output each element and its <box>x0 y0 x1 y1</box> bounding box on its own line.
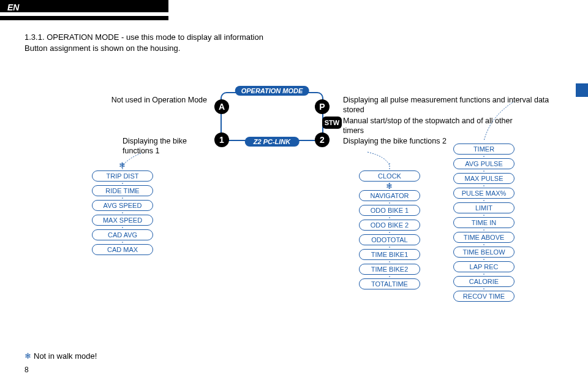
button-2: 2 <box>315 132 330 147</box>
pill-avg-pulse: AVG PULSE <box>453 158 514 169</box>
pill-odototal: ODOTOTAL <box>359 234 420 245</box>
pill-time-bike2: TIME BIKE2 <box>359 264 420 275</box>
operation-mode-box: OPERATION MODE Z2 PC-LINK A P 1 2 STW <box>221 92 323 141</box>
pill-clock: CLOCK <box>359 170 420 182</box>
label-button-p: Displaying all pulse measurement functio… <box>343 96 551 115</box>
pill-time-above: TIME ABOVE <box>453 232 514 243</box>
header-underline <box>0 16 168 20</box>
pill-max-speed: MAX SPEED <box>92 215 153 226</box>
pill-cad-max: CAD MAX <box>92 244 153 255</box>
pill-time-in: TIME IN <box>453 217 514 228</box>
pill-calorie: CALORIE <box>453 276 514 287</box>
snowflake-icon: ❄ <box>119 161 126 170</box>
section-number: 1.3.1. <box>24 33 45 42</box>
pill-avg-speed: AVG SPEED <box>92 200 153 211</box>
label-button-stw: Manual start/stop of the stopwatch and o… <box>343 117 527 136</box>
pill-ride-time: RIDE TIME <box>92 185 153 196</box>
label-button-1: Displaying the bike functions 1 <box>123 137 208 156</box>
pill-time-bike1: TIME BIKE1 <box>359 249 420 260</box>
pill-lap-rec: LAP REC <box>453 261 514 272</box>
pill-odo-bike2: ODO BIKE 2 <box>359 220 420 231</box>
pill-recov-time: RECOV TIME <box>453 291 514 302</box>
header-bar <box>0 0 168 12</box>
pill-timer: TIMER <box>453 144 514 155</box>
label-button-a: Not used in Operation Mode <box>97 96 207 105</box>
pill-navigator: NAVIGATOR <box>359 190 420 201</box>
section-title-2: Button assignment is shown on the housin… <box>24 44 180 53</box>
footnote-text: Not in walk mode! <box>34 351 97 361</box>
operation-mode-title: OPERATION MODE <box>235 86 309 96</box>
section-intro: 1.3.1. OPERATION MODE - use this mode to… <box>24 32 263 53</box>
pill-time-below: TIME BELOW <box>453 247 514 258</box>
side-tab <box>576 83 588 97</box>
pill-max-pulse: MAX PULSE <box>453 173 514 184</box>
button-1: 1 <box>214 132 229 147</box>
pc-link-label: Z2 PC-LINK <box>245 137 300 147</box>
button-a: A <box>214 99 229 114</box>
label-button-2: Displaying the bike functions 2 <box>343 137 466 147</box>
section-title-1: OPERATION MODE - use this mode to displa… <box>47 33 263 42</box>
pill-totaltime: TOTALTIME <box>359 278 420 289</box>
pill-limit: LIMIT <box>453 202 514 213</box>
pill-trip-dist: TRIP DIST <box>92 170 153 182</box>
page-number: 8 <box>24 366 29 374</box>
pill-cad-avg: CAD AVG <box>92 229 153 240</box>
button-stw: STW <box>322 117 342 129</box>
snowflake-icon: ❄ <box>24 351 31 361</box>
language-code: EN <box>7 2 19 12</box>
button-p: P <box>315 99 330 114</box>
footnote: ❄Not in walk mode! <box>24 351 97 361</box>
snowflake-icon: ❄ <box>386 182 393 191</box>
pill-pulse-max-pct: PULSE MAX% <box>453 188 514 199</box>
pill-odo-bike1: ODO BIKE 1 <box>359 205 420 216</box>
